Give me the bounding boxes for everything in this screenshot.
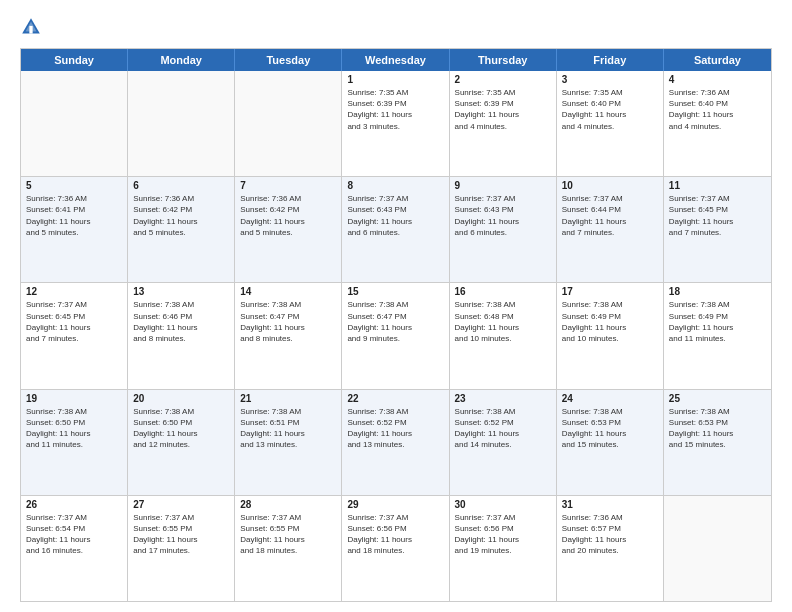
calendar-cell-0-0 — [21, 71, 128, 176]
cell-info: Sunrise: 7:38 AM Sunset: 6:53 PM Dayligh… — [562, 406, 658, 451]
cell-info: Sunrise: 7:36 AM Sunset: 6:57 PM Dayligh… — [562, 512, 658, 557]
cell-info: Sunrise: 7:37 AM Sunset: 6:56 PM Dayligh… — [455, 512, 551, 557]
calendar-cell-1-1: 6Sunrise: 7:36 AM Sunset: 6:42 PM Daylig… — [128, 177, 235, 282]
header-day-monday: Monday — [128, 49, 235, 71]
calendar-cell-1-2: 7Sunrise: 7:36 AM Sunset: 6:42 PM Daylig… — [235, 177, 342, 282]
calendar-cell-4-2: 28Sunrise: 7:37 AM Sunset: 6:55 PM Dayli… — [235, 496, 342, 601]
calendar-cell-2-0: 12Sunrise: 7:37 AM Sunset: 6:45 PM Dayli… — [21, 283, 128, 388]
cell-info: Sunrise: 7:38 AM Sunset: 6:52 PM Dayligh… — [455, 406, 551, 451]
calendar-cell-3-0: 19Sunrise: 7:38 AM Sunset: 6:50 PM Dayli… — [21, 390, 128, 495]
cell-info: Sunrise: 7:37 AM Sunset: 6:45 PM Dayligh… — [669, 193, 766, 238]
day-number: 9 — [455, 180, 551, 191]
day-number: 19 — [26, 393, 122, 404]
logo — [20, 16, 46, 38]
cell-info: Sunrise: 7:38 AM Sunset: 6:47 PM Dayligh… — [240, 299, 336, 344]
calendar-cell-0-3: 1Sunrise: 7:35 AM Sunset: 6:39 PM Daylig… — [342, 71, 449, 176]
cell-info: Sunrise: 7:36 AM Sunset: 6:41 PM Dayligh… — [26, 193, 122, 238]
cell-info: Sunrise: 7:38 AM Sunset: 6:51 PM Dayligh… — [240, 406, 336, 451]
calendar-cell-4-3: 29Sunrise: 7:37 AM Sunset: 6:56 PM Dayli… — [342, 496, 449, 601]
header-day-tuesday: Tuesday — [235, 49, 342, 71]
calendar-cell-0-6: 4Sunrise: 7:36 AM Sunset: 6:40 PM Daylig… — [664, 71, 771, 176]
header-day-thursday: Thursday — [450, 49, 557, 71]
page-header — [20, 16, 772, 38]
cell-info: Sunrise: 7:38 AM Sunset: 6:50 PM Dayligh… — [133, 406, 229, 451]
day-number: 1 — [347, 74, 443, 85]
day-number: 28 — [240, 499, 336, 510]
day-number: 29 — [347, 499, 443, 510]
cell-info: Sunrise: 7:38 AM Sunset: 6:53 PM Dayligh… — [669, 406, 766, 451]
day-number: 15 — [347, 286, 443, 297]
calendar-cell-2-4: 16Sunrise: 7:38 AM Sunset: 6:48 PM Dayli… — [450, 283, 557, 388]
cell-info: Sunrise: 7:36 AM Sunset: 6:42 PM Dayligh… — [240, 193, 336, 238]
cell-info: Sunrise: 7:37 AM Sunset: 6:45 PM Dayligh… — [26, 299, 122, 344]
day-number: 14 — [240, 286, 336, 297]
calendar-cell-1-3: 8Sunrise: 7:37 AM Sunset: 6:43 PM Daylig… — [342, 177, 449, 282]
calendar: SundayMondayTuesdayWednesdayThursdayFrid… — [20, 48, 772, 602]
cell-info: Sunrise: 7:36 AM Sunset: 6:40 PM Dayligh… — [669, 87, 766, 132]
calendar-cell-2-6: 18Sunrise: 7:38 AM Sunset: 6:49 PM Dayli… — [664, 283, 771, 388]
cell-info: Sunrise: 7:38 AM Sunset: 6:50 PM Dayligh… — [26, 406, 122, 451]
cell-info: Sunrise: 7:35 AM Sunset: 6:39 PM Dayligh… — [347, 87, 443, 132]
day-number: 27 — [133, 499, 229, 510]
calendar-cell-2-1: 13Sunrise: 7:38 AM Sunset: 6:46 PM Dayli… — [128, 283, 235, 388]
day-number: 24 — [562, 393, 658, 404]
calendar-cell-4-1: 27Sunrise: 7:37 AM Sunset: 6:55 PM Dayli… — [128, 496, 235, 601]
calendar-cell-1-5: 10Sunrise: 7:37 AM Sunset: 6:44 PM Dayli… — [557, 177, 664, 282]
cell-info: Sunrise: 7:37 AM Sunset: 6:56 PM Dayligh… — [347, 512, 443, 557]
day-number: 5 — [26, 180, 122, 191]
calendar-row-1: 5Sunrise: 7:36 AM Sunset: 6:41 PM Daylig… — [21, 176, 771, 282]
calendar-row-2: 12Sunrise: 7:37 AM Sunset: 6:45 PM Dayli… — [21, 282, 771, 388]
cell-info: Sunrise: 7:37 AM Sunset: 6:43 PM Dayligh… — [455, 193, 551, 238]
cell-info: Sunrise: 7:38 AM Sunset: 6:47 PM Dayligh… — [347, 299, 443, 344]
day-number: 7 — [240, 180, 336, 191]
cell-info: Sunrise: 7:37 AM Sunset: 6:55 PM Dayligh… — [133, 512, 229, 557]
cell-info: Sunrise: 7:35 AM Sunset: 6:39 PM Dayligh… — [455, 87, 551, 132]
day-number: 10 — [562, 180, 658, 191]
header-day-friday: Friday — [557, 49, 664, 71]
calendar-page: SundayMondayTuesdayWednesdayThursdayFrid… — [0, 0, 792, 612]
calendar-cell-3-2: 21Sunrise: 7:38 AM Sunset: 6:51 PM Dayli… — [235, 390, 342, 495]
day-number: 17 — [562, 286, 658, 297]
calendar-row-3: 19Sunrise: 7:38 AM Sunset: 6:50 PM Dayli… — [21, 389, 771, 495]
logo-icon — [20, 16, 42, 38]
calendar-cell-0-1 — [128, 71, 235, 176]
calendar-cell-2-2: 14Sunrise: 7:38 AM Sunset: 6:47 PM Dayli… — [235, 283, 342, 388]
day-number: 30 — [455, 499, 551, 510]
day-number: 26 — [26, 499, 122, 510]
day-number: 23 — [455, 393, 551, 404]
cell-info: Sunrise: 7:36 AM Sunset: 6:42 PM Dayligh… — [133, 193, 229, 238]
cell-info: Sunrise: 7:37 AM Sunset: 6:54 PM Dayligh… — [26, 512, 122, 557]
calendar-cell-1-0: 5Sunrise: 7:36 AM Sunset: 6:41 PM Daylig… — [21, 177, 128, 282]
calendar-cell-3-4: 23Sunrise: 7:38 AM Sunset: 6:52 PM Dayli… — [450, 390, 557, 495]
day-number: 6 — [133, 180, 229, 191]
calendar-cell-2-5: 17Sunrise: 7:38 AM Sunset: 6:49 PM Dayli… — [557, 283, 664, 388]
calendar-cell-3-1: 20Sunrise: 7:38 AM Sunset: 6:50 PM Dayli… — [128, 390, 235, 495]
calendar-cell-2-3: 15Sunrise: 7:38 AM Sunset: 6:47 PM Dayli… — [342, 283, 449, 388]
calendar-cell-0-5: 3Sunrise: 7:35 AM Sunset: 6:40 PM Daylig… — [557, 71, 664, 176]
day-number: 11 — [669, 180, 766, 191]
day-number: 21 — [240, 393, 336, 404]
calendar-cell-4-5: 31Sunrise: 7:36 AM Sunset: 6:57 PM Dayli… — [557, 496, 664, 601]
day-number: 31 — [562, 499, 658, 510]
day-number: 18 — [669, 286, 766, 297]
cell-info: Sunrise: 7:37 AM Sunset: 6:44 PM Dayligh… — [562, 193, 658, 238]
calendar-header: SundayMondayTuesdayWednesdayThursdayFrid… — [21, 49, 771, 71]
cell-info: Sunrise: 7:37 AM Sunset: 6:55 PM Dayligh… — [240, 512, 336, 557]
cell-info: Sunrise: 7:37 AM Sunset: 6:43 PM Dayligh… — [347, 193, 443, 238]
calendar-cell-0-4: 2Sunrise: 7:35 AM Sunset: 6:39 PM Daylig… — [450, 71, 557, 176]
day-number: 13 — [133, 286, 229, 297]
calendar-cell-4-6 — [664, 496, 771, 601]
calendar-cell-4-0: 26Sunrise: 7:37 AM Sunset: 6:54 PM Dayli… — [21, 496, 128, 601]
day-number: 12 — [26, 286, 122, 297]
calendar-cell-3-3: 22Sunrise: 7:38 AM Sunset: 6:52 PM Dayli… — [342, 390, 449, 495]
day-number: 16 — [455, 286, 551, 297]
header-day-saturday: Saturday — [664, 49, 771, 71]
calendar-row-0: 1Sunrise: 7:35 AM Sunset: 6:39 PM Daylig… — [21, 71, 771, 176]
cell-info: Sunrise: 7:38 AM Sunset: 6:49 PM Dayligh… — [669, 299, 766, 344]
calendar-body: 1Sunrise: 7:35 AM Sunset: 6:39 PM Daylig… — [21, 71, 771, 601]
header-day-wednesday: Wednesday — [342, 49, 449, 71]
calendar-cell-1-6: 11Sunrise: 7:37 AM Sunset: 6:45 PM Dayli… — [664, 177, 771, 282]
cell-info: Sunrise: 7:35 AM Sunset: 6:40 PM Dayligh… — [562, 87, 658, 132]
calendar-cell-1-4: 9Sunrise: 7:37 AM Sunset: 6:43 PM Daylig… — [450, 177, 557, 282]
day-number: 3 — [562, 74, 658, 85]
